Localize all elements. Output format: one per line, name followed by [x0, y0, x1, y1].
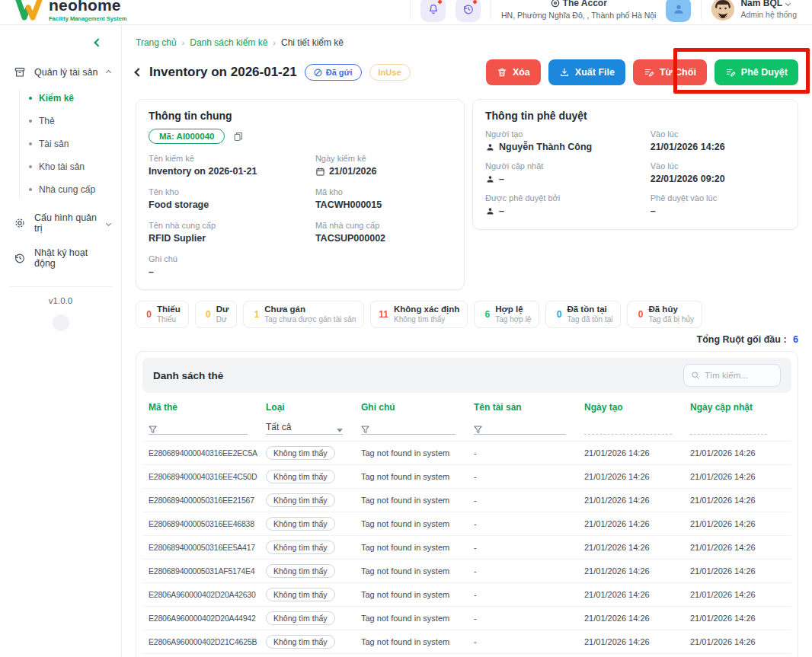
copy-button[interactable]: [232, 131, 244, 142]
table-row[interactable]: E2806894000050316EE46838 Không tìm thấy …: [142, 512, 791, 535]
action-buttons: Xóa Xuất File Từ C: [486, 59, 798, 85]
field: Tên nhà cung cấp RFID Suplier: [149, 221, 315, 244]
person-icon: [485, 142, 495, 152]
filter-note-input[interactable]: [372, 425, 429, 434]
sidebar-group-label: Quản lý tài sản: [34, 67, 98, 78]
tag-id: E2806A960000402D20A42630: [149, 590, 266, 599]
state-badge-label: InUse: [379, 68, 401, 77]
filter-note[interactable]: [361, 419, 456, 435]
stat-subtitle: Tag đã bị hủy: [648, 315, 694, 325]
sidebar-collapse-button[interactable]: [95, 37, 101, 48]
field-value: Nguyễn Thành Công: [499, 142, 592, 152]
field-label: Tên nhà cung cấp: [149, 221, 315, 230]
field-label: Mã kho: [315, 187, 452, 196]
stat-chip-da-ton-tai[interactable]: 0 Đã tồn tại Tag đã tồn tại: [545, 301, 621, 328]
stat-subtitle: Tag hợp lệ: [495, 315, 531, 325]
chevron-left-icon: [94, 38, 102, 46]
funnel-icon: [474, 426, 482, 434]
export-file-button[interactable]: Xuất File: [548, 59, 625, 85]
filter-type-select[interactable]: Tất cả: [266, 419, 343, 435]
export-button-label: Xuất File: [575, 67, 615, 78]
sidebar-item-kho-tai-san[interactable]: Kho tài sản: [0, 155, 121, 178]
bullet-dot-icon: [29, 165, 32, 168]
table-row[interactable]: E2806A960000502D20A91C7E Không tìm thấy …: [142, 653, 791, 657]
user-name: Nam BQL: [740, 0, 782, 9]
tag-note: Tag not found in system: [361, 543, 474, 552]
stat-chip-hop-le[interactable]: 6 Hợp lệ Tag hợp lệ: [474, 301, 539, 328]
filter-asset[interactable]: [474, 419, 566, 435]
table-row[interactable]: E2806894000050316EE21567 Không tìm thấy …: [142, 488, 791, 512]
user-menu[interactable]: Nam BQL Admin hệ thống: [711, 0, 797, 21]
breadcrumb-separator: ›: [273, 38, 276, 47]
tag-note: Tag not found in system: [361, 519, 474, 528]
stat-chip-khong-xac-dinh[interactable]: 11 Không xác định Không tìm thấy: [370, 301, 468, 328]
filter-id-input[interactable]: [160, 425, 219, 434]
table-row[interactable]: E2806A960000402D20A44942 Không tìm thấy …: [142, 606, 791, 630]
stat-chip-da-huy[interactable]: 0 Đã hủy Tag đã bị hủy: [627, 301, 702, 328]
type-chip: Không tìm thấy: [266, 564, 335, 578]
header-divider: [491, 0, 491, 19]
delete-button[interactable]: Xóa: [486, 59, 541, 85]
sidebar-item-kiem-ke[interactable]: Kiểm kê: [0, 87, 121, 110]
sidebar-item-label: Tài sản: [39, 139, 69, 149]
stat-chip-du[interactable]: 0 Dư Dư: [195, 301, 238, 328]
stat-chip-thieu[interactable]: 0 Thiếu Thiếu: [136, 301, 189, 328]
table-row[interactable]: E2806A960000402D20A42630 Không tìm thấy …: [142, 582, 791, 606]
reject-button[interactable]: Từ Chối: [633, 59, 707, 85]
filter-asset-input[interactable]: [485, 425, 541, 434]
stat-count: 0: [635, 309, 643, 320]
chevron-down-icon: [785, 1, 791, 6]
stat-chip-chua-gan[interactable]: 1 Chưa gán Tag chưa được gán tài sản: [243, 301, 364, 328]
table-row[interactable]: E2806894000050316EE5A417 Không tìm thấy …: [142, 535, 791, 559]
sidebar-group-asset-management[interactable]: Quản lý tài sản: [0, 59, 121, 85]
hotel-selector[interactable]: The Accor HN, Phường Nghĩa Đô, , Thành p…: [501, 0, 656, 21]
table-row[interactable]: E2806894000040316EE4C50D Không tìm thấy …: [142, 464, 791, 488]
stat-title: Đã hủy: [648, 305, 694, 315]
sidebar-item-activity-log[interactable]: Nhật ký hoạt động: [0, 241, 121, 276]
field: Người tạo Nguyễn Thành Công: [485, 129, 651, 152]
chevron-down-icon: [106, 220, 111, 225]
type-chip: Không tìm thấy: [266, 493, 335, 507]
activity-history-button[interactable]: [456, 0, 481, 22]
created-date: 21/01/2026 14:26: [584, 614, 690, 623]
breadcrumb-inventory-list[interactable]: Danh sách kiểm kê: [190, 37, 267, 48]
notifications-button[interactable]: [420, 0, 446, 22]
account-avatar-button[interactable]: [666, 0, 691, 22]
type-chip: Không tìm thấy: [266, 611, 335, 625]
screen: neohome Facility Management System: [0, 0, 812, 657]
approve-button[interactable]: Phê Duyệt: [714, 59, 798, 85]
column-header: Ghi chú: [361, 402, 474, 413]
stat-title: Hợp lệ: [495, 305, 531, 315]
table-row[interactable]: E2806A960000402D21C4625B Không tìm thấy …: [142, 630, 791, 653]
sidebar-divider: [9, 286, 112, 287]
total-label: Tổng Ruột gối đầu :: [697, 334, 787, 345]
asset-name: -: [474, 519, 584, 528]
filter-updated-date[interactable]: [690, 419, 767, 435]
tag-id: E2806894000050316EE5A417: [149, 543, 266, 552]
logo-mark-icon: [15, 0, 43, 21]
search-box[interactable]: [683, 364, 781, 387]
table-row[interactable]: E2806894000040316EE2EC5A Không tìm thấy …: [142, 441, 791, 464]
stats-row: 0 Thiếu Thiếu 0 Dư Dư 1 Chưa gán Tag chư…: [136, 301, 798, 328]
filter-created-date[interactable]: [584, 419, 672, 435]
stat-subtitle: Thiếu: [157, 315, 181, 325]
filter-id[interactable]: [149, 419, 248, 435]
back-button[interactable]: [136, 69, 142, 75]
field-label: Vào lúc: [651, 129, 785, 139]
column-header: Mã thẻ: [149, 402, 266, 413]
state-badge-inuse: InUse: [369, 64, 411, 81]
sidebar-item-the[interactable]: Thẻ: [0, 110, 121, 132]
app-logo[interactable]: neohome Facility Management System: [15, 0, 127, 22]
stat-count: 0: [203, 309, 211, 320]
sidebar-item-tai-san[interactable]: Tài sản: [0, 132, 121, 155]
table-row[interactable]: E280689400005031AF5174E4 Không tìm thấy …: [142, 559, 791, 582]
tag-note: Tag not found in system: [361, 566, 474, 576]
breadcrumb-home[interactable]: Trang chủ: [136, 37, 177, 48]
search-input[interactable]: [705, 371, 773, 380]
sidebar-item-nha-cung-cap[interactable]: Nhà cung cấp: [0, 178, 121, 201]
bell-icon: [427, 3, 440, 15]
sidebar-group-admin-config[interactable]: Cấu hình quản trị: [0, 206, 121, 241]
list-pen-icon: [644, 67, 654, 78]
bullet-dot-icon: [29, 188, 32, 191]
field-value: –: [499, 174, 504, 184]
